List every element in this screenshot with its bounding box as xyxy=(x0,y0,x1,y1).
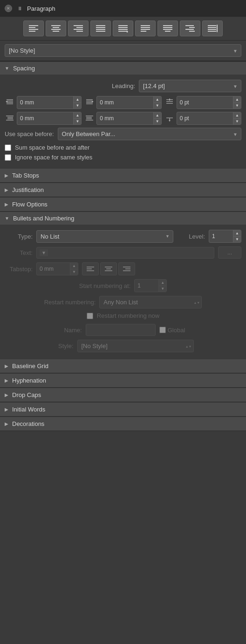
left-indent-down[interactable]: ▼ xyxy=(74,103,81,109)
space-above-input[interactable] xyxy=(177,97,233,108)
sum-space-checkbox[interactable] xyxy=(5,144,11,151)
align-right-button[interactable] xyxy=(68,21,89,36)
level-spinners: ▲ ▼ xyxy=(233,230,241,242)
decorations-section-header[interactable]: ▶ Decorations xyxy=(0,417,246,431)
style-select[interactable]: [No Style] xyxy=(5,44,241,57)
bullets-numbering-section-header[interactable]: ▼ Bullets and Numbering xyxy=(0,212,246,225)
svg-rect-70 xyxy=(123,267,130,267)
baseline-grid-section-header[interactable]: ▶ Baseline Grid xyxy=(0,359,246,373)
ignore-space-checkbox[interactable] xyxy=(5,154,11,161)
left-margin-up[interactable]: ▲ xyxy=(74,112,81,118)
spacing-row2: ▲ ▼ ▲ ▼ xyxy=(5,112,241,125)
space-below-input-wrap: ▲ ▼ xyxy=(177,112,241,125)
svg-rect-21 xyxy=(141,25,150,26)
left-margin-icon xyxy=(5,114,15,123)
svg-rect-18 xyxy=(118,29,128,30)
space-below-down[interactable]: ▼ xyxy=(233,118,241,124)
text-ellipsis-button[interactable]: ... xyxy=(218,247,241,259)
right-indent-down[interactable]: ▼ xyxy=(154,103,161,109)
svg-marker-20 xyxy=(127,30,128,33)
level-down[interactable]: ▼ xyxy=(233,236,241,242)
svg-rect-26 xyxy=(163,27,172,28)
level-input[interactable] xyxy=(209,231,233,241)
drop-caps-section-header[interactable]: ▶ Drop Caps xyxy=(0,388,246,402)
flow-options-section-header[interactable]: ▶ Flow Options xyxy=(0,197,246,212)
spacing-section-header[interactable]: ▼ Spacing xyxy=(0,62,246,75)
hyphenation-label: Hyphenation xyxy=(12,377,46,384)
space-above-icon xyxy=(164,98,175,107)
space-above-input-wrap: ▲ ▼ xyxy=(177,96,241,109)
left-margin-input[interactable] xyxy=(17,113,73,123)
left-indent-input-wrap: ▲ ▼ xyxy=(17,96,82,109)
type-select-wrap: No List xyxy=(36,230,173,243)
tabstop-align-center[interactable] xyxy=(100,262,117,275)
initial-words-section-header[interactable]: ▶ Initial Words xyxy=(0,402,246,417)
left-indent-input[interactable] xyxy=(17,97,73,108)
global-checkbox-wrap: Global xyxy=(159,327,185,334)
space-below-up[interactable]: ▲ xyxy=(233,112,241,118)
pause-button[interactable]: ⏸ xyxy=(16,5,23,12)
svg-rect-58 xyxy=(86,117,92,118)
start-numbering-input[interactable] xyxy=(135,281,158,291)
restart-now-checkbox[interactable] xyxy=(87,313,93,319)
svg-rect-27 xyxy=(163,29,172,30)
right-indent-up[interactable]: ▲ xyxy=(154,96,161,103)
space-below-input[interactable] xyxy=(177,113,233,123)
align-left-last-button[interactable] xyxy=(135,21,156,36)
right-indent-input[interactable] xyxy=(97,97,153,108)
svg-rect-66 xyxy=(87,270,94,271)
restart-now-row: Restart numbering now xyxy=(5,312,241,319)
force-justify-button[interactable] xyxy=(113,21,133,36)
global-checkbox[interactable] xyxy=(159,327,166,333)
svg-rect-29 xyxy=(185,25,194,26)
tabstop-down[interactable]: ▼ xyxy=(70,269,78,275)
style-bn-select[interactable]: [No Style] xyxy=(77,340,194,352)
justify-button[interactable] xyxy=(90,21,111,36)
type-select[interactable]: No List xyxy=(36,230,173,243)
leading-select[interactable]: [12.4 pt] xyxy=(139,80,241,92)
use-space-before-select[interactable]: Only Between Par... xyxy=(58,128,241,140)
level-label: Level: xyxy=(177,233,205,240)
right-margin-up[interactable]: ▲ xyxy=(154,112,161,118)
svg-rect-53 xyxy=(6,116,14,116)
tab-stops-section-header[interactable]: ▶ Tab Stops xyxy=(0,168,246,183)
left-indent-up[interactable]: ▲ xyxy=(74,96,81,103)
left-margin-down[interactable]: ▼ xyxy=(74,118,81,124)
close-button[interactable]: ✕ xyxy=(5,5,12,12)
svg-rect-39 xyxy=(7,101,13,102)
style-bn-row: Style: [No Style] xyxy=(5,340,241,352)
leading-select-wrap: [12.4 pt] xyxy=(139,80,241,92)
right-margin-input[interactable] xyxy=(97,113,153,123)
name-input[interactable] xyxy=(86,324,156,336)
level-up[interactable]: ▲ xyxy=(233,230,241,236)
tabstop-align-right[interactable] xyxy=(118,262,135,275)
style-bn-label: Style: xyxy=(53,343,74,349)
align-left-button[interactable] xyxy=(23,21,44,36)
restart-numbering-select[interactable]: Any Non List xyxy=(99,296,202,308)
text-input-wrap: ▼ xyxy=(36,247,214,259)
align-right-last-button[interactable] xyxy=(180,21,200,36)
tabstop-align-left[interactable] xyxy=(82,262,99,275)
align-center-button[interactable] xyxy=(46,21,66,36)
space-above-down[interactable]: ▼ xyxy=(233,103,241,109)
hyphenation-section-header[interactable]: ▶ Hyphenation xyxy=(0,373,246,388)
tabstop-up[interactable]: ▲ xyxy=(70,263,78,269)
svg-rect-38 xyxy=(7,99,13,100)
svg-rect-44 xyxy=(86,101,93,102)
svg-rect-60 xyxy=(86,120,93,121)
bullets-numbering-label: Bullets and Numbering xyxy=(13,215,75,222)
tabstop-input[interactable] xyxy=(37,264,70,274)
start-numbering-up[interactable]: ▲ xyxy=(159,280,166,286)
justify-all-button[interactable] xyxy=(202,21,223,36)
svg-rect-7 xyxy=(53,31,59,32)
svg-rect-17 xyxy=(118,27,128,28)
right-margin-down[interactable]: ▼ xyxy=(154,118,161,124)
align-center-last-button[interactable] xyxy=(157,21,178,36)
spacing-row1: ▲ ▼ ▲ ▼ xyxy=(5,96,241,109)
justification-section-header[interactable]: ▶ Justification xyxy=(0,183,246,197)
space-above-up[interactable]: ▲ xyxy=(233,96,241,103)
left-indent-icon xyxy=(5,98,15,107)
text-dropdown-button[interactable]: ▼ xyxy=(40,249,48,256)
start-numbering-down[interactable]: ▼ xyxy=(159,286,166,292)
right-margin-group: ▲ ▼ xyxy=(84,112,161,125)
